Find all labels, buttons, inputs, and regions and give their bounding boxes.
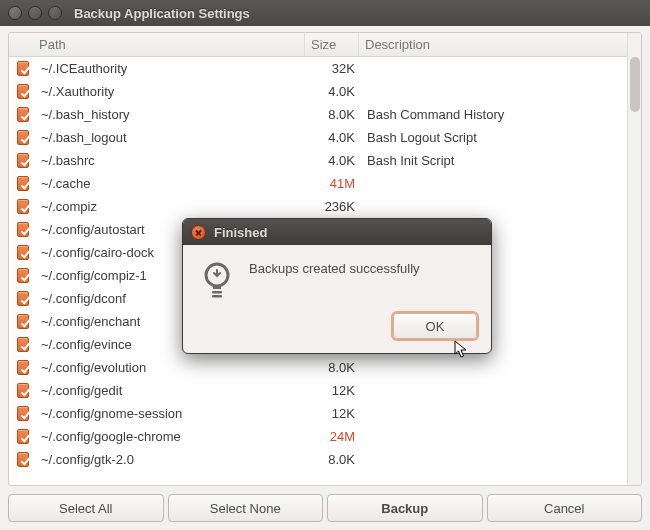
row-checkbox[interactable] [17,268,29,283]
row-path: ~/.config/gnome-session [35,406,307,421]
window-maximize-button[interactable] [48,6,62,20]
table-row[interactable]: ~/.config/evolution8.0K [9,356,627,379]
table-row[interactable]: ~/.config/gnome-session12K [9,402,627,425]
row-description: Bash Command History [361,107,625,122]
table-header: Path Size Description [9,33,627,57]
cancel-button[interactable]: Cancel [487,494,643,522]
row-checkbox[interactable] [17,176,29,191]
row-path: ~/.config/google-chrome [35,429,307,444]
row-checkbox[interactable] [17,84,29,99]
scrollbar-thumb[interactable] [630,57,640,112]
dialog-message: Backups created successfully [249,259,420,301]
backup-button[interactable]: Backup [327,494,483,522]
row-path: ~/.Xauthority [35,84,307,99]
table-row[interactable]: ~/.ICEauthority32K [9,57,627,80]
row-checkbox[interactable] [17,130,29,145]
col-path[interactable]: Path [33,33,305,56]
row-size: 41M [307,176,361,191]
row-path: ~/.cache [35,176,307,191]
row-checkbox[interactable] [17,199,29,214]
row-size: 4.0K [307,130,361,145]
row-path: ~/.compiz [35,199,307,214]
row-size: 12K [307,383,361,398]
row-path: ~/.config/evolution [35,360,307,375]
row-checkbox[interactable] [17,107,29,122]
row-checkbox[interactable] [17,153,29,168]
row-checkbox[interactable] [17,61,29,76]
row-size: 4.0K [307,153,361,168]
table-row[interactable]: ~/.config/gedit12K [9,379,627,402]
row-size: 32K [307,61,361,76]
finished-dialog: Finished Backups created successfully OK [182,218,492,354]
row-path: ~/.config/gtk-2.0 [35,452,307,467]
row-size: 236K [307,199,361,214]
table-row[interactable]: ~/.config/gtk-2.08.0K [9,448,627,471]
row-checkbox[interactable] [17,360,29,375]
table-row[interactable]: ~/.bashrc4.0KBash Init Script [9,149,627,172]
row-size: 8.0K [307,452,361,467]
button-bar: Select All Select None Backup Cancel [0,486,650,530]
row-path: ~/.bash_logout [35,130,307,145]
select-none-button[interactable]: Select None [168,494,324,522]
col-size[interactable]: Size [305,33,359,56]
row-checkbox[interactable] [17,291,29,306]
window-close-button[interactable] [8,6,22,20]
window-title: Backup Application Settings [74,6,250,21]
row-path: ~/.bashrc [35,153,307,168]
row-size: 24M [307,429,361,444]
row-checkbox[interactable] [17,406,29,421]
row-description: Bash Init Script [361,153,625,168]
row-checkbox[interactable] [17,222,29,237]
table-row[interactable]: ~/.config/google-chrome24M [9,425,627,448]
row-path: ~/.bash_history [35,107,307,122]
vertical-scrollbar[interactable] [627,33,641,485]
lightbulb-icon [199,259,235,301]
window-titlebar: Backup Application Settings [0,0,650,26]
row-path: ~/.config/gedit [35,383,307,398]
svg-rect-2 [212,291,222,294]
select-all-button[interactable]: Select All [8,494,164,522]
window-minimize-button[interactable] [28,6,42,20]
dialog-close-button[interactable] [191,225,206,240]
col-description[interactable]: Description [359,33,627,56]
table-row[interactable]: ~/.cache41M [9,172,627,195]
table-row[interactable]: ~/.compiz236K [9,195,627,218]
table-row[interactable]: ~/.Xauthority4.0K [9,80,627,103]
row-checkbox[interactable] [17,452,29,467]
dialog-titlebar: Finished [183,219,491,245]
row-checkbox[interactable] [17,314,29,329]
ok-button[interactable]: OK [393,313,477,339]
row-checkbox[interactable] [17,383,29,398]
row-checkbox[interactable] [17,245,29,260]
svg-rect-1 [213,285,221,289]
table-row[interactable]: ~/.bash_logout4.0KBash Logout Script [9,126,627,149]
row-path: ~/.ICEauthority [35,61,307,76]
row-checkbox[interactable] [17,429,29,444]
dialog-title: Finished [214,225,267,240]
row-size: 8.0K [307,107,361,122]
row-size: 8.0K [307,360,361,375]
row-checkbox[interactable] [17,337,29,352]
row-description: Bash Logout Script [361,130,625,145]
svg-rect-3 [212,295,222,298]
row-size: 12K [307,406,361,421]
row-size: 4.0K [307,84,361,99]
table-row[interactable]: ~/.bash_history8.0KBash Command History [9,103,627,126]
